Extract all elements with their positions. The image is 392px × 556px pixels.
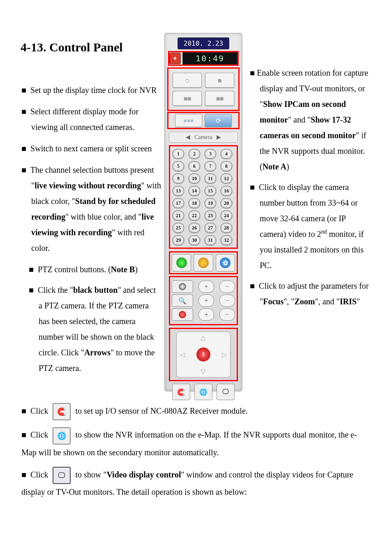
bold: live viewing without recording xyxy=(35,181,141,190)
text: Click xyxy=(30,430,50,439)
iris-minus[interactable]: − xyxy=(219,308,235,321)
text: Click the " xyxy=(38,285,73,294)
left-item-display-mode: ■ Select different display mode for view… xyxy=(21,104,161,135)
emap-button[interactable]: 🌐 xyxy=(194,384,212,400)
magnifier-icon: 🔍 xyxy=(178,297,187,305)
channel-button-23[interactable]: 23 xyxy=(205,211,216,220)
text: " and " xyxy=(288,115,311,124)
ptz-pad-inner[interactable]: △ ▽ ◁ ▷ 1 xyxy=(176,331,231,378)
left-item-channel-colors: ■ The channel selection buttons present … xyxy=(21,162,161,256)
bullet-icon: ■ xyxy=(29,265,34,274)
channel-button-4[interactable]: 4 xyxy=(221,149,232,159)
channel-button-17[interactable]: 17 xyxy=(173,198,184,208)
ptz-blue-button[interactable]: ✿ xyxy=(216,254,235,271)
bold: Note B xyxy=(111,265,135,274)
channel-button-6[interactable]: 6 xyxy=(189,161,200,171)
io-sensor-button[interactable]: 🧲 xyxy=(172,384,190,400)
bottom-item-emap: ■ Click 🌐 to show the NVR information on… xyxy=(21,427,371,460)
arrow-right-icon[interactable]: ▷ xyxy=(222,351,227,359)
focus-minus[interactable]: − xyxy=(219,280,235,293)
channel-button-2[interactable]: 2 xyxy=(189,149,200,159)
text: to set up I/O sensor of NC-080AZ Receive… xyxy=(73,406,247,415)
view-mode-1[interactable]: ▢ xyxy=(173,73,202,88)
bold: black button xyxy=(73,285,118,294)
globe-icon-inline: 🌐 xyxy=(53,427,71,445)
text: Select different display mode for viewin… xyxy=(30,107,138,132)
left-column: ■ Set up the display time clock for NVR … xyxy=(21,82,161,381)
camera-pager[interactable]: ◀ Camera ▶ xyxy=(169,132,238,143)
zoom-minus[interactable]: − xyxy=(219,294,235,307)
page-title: 4-13. Control Panel xyxy=(21,40,123,54)
right-column: ■ Enable screen rotation for capture dis… xyxy=(250,65,373,314)
text: Click xyxy=(30,470,50,479)
channel-button-3[interactable]: 3 xyxy=(205,149,216,159)
rotation-button[interactable]: ⟳ xyxy=(205,114,232,127)
bullet-icon: ■ xyxy=(21,165,26,174)
chevron-right-icon[interactable]: ▶ xyxy=(217,134,221,141)
channel-button-11[interactable]: 11 xyxy=(205,174,216,183)
clock-settings-icon[interactable]: ✦ xyxy=(169,53,181,64)
channel-button-14[interactable]: 14 xyxy=(189,186,200,196)
bold: IRIS xyxy=(340,297,357,306)
text: Click xyxy=(30,406,50,415)
iris-plus[interactable]: + xyxy=(198,308,214,321)
bullet-icon: ■ xyxy=(250,281,255,290)
view-mode-9[interactable]: ▦▦ xyxy=(173,91,202,106)
channel-button-5[interactable]: 5 xyxy=(173,161,184,171)
globe-icon: 🌐 xyxy=(199,388,208,396)
grid-many-button[interactable]: ▦▦▦ xyxy=(175,114,202,127)
channel-button-10[interactable]: 10 xyxy=(189,174,200,183)
channel-button-27[interactable]: 27 xyxy=(205,223,216,233)
bottom-section: ■ Click 🧲 to set up I/O sensor of NC-080… xyxy=(21,403,371,506)
right-item-33-64: ■ Click to display the camera number but… xyxy=(250,179,373,273)
text: " xyxy=(357,297,360,306)
text: ) xyxy=(286,162,289,171)
ptz-center-button[interactable]: 1 xyxy=(196,348,210,361)
text: " with blue color, and " xyxy=(65,212,142,221)
channel-button-19[interactable]: 19 xyxy=(205,198,216,208)
channel-button-30[interactable]: 30 xyxy=(189,235,200,245)
focus-button[interactable] xyxy=(172,280,193,293)
channel-button-25[interactable]: 25 xyxy=(173,223,184,233)
camera-label: Camera xyxy=(194,134,212,141)
channel-button-16[interactable]: 16 xyxy=(221,186,232,196)
channel-button-29[interactable]: 29 xyxy=(173,235,184,245)
channel-button-8[interactable]: 8 xyxy=(221,161,232,171)
channel-button-13[interactable]: 13 xyxy=(173,186,184,196)
channel-button-32[interactable]: 32 xyxy=(221,235,232,245)
text: Set up the display time clock for NVR xyxy=(30,86,157,95)
zoom-button[interactable]: 🔍 xyxy=(172,294,193,307)
channel-button-28[interactable]: 28 xyxy=(221,223,232,233)
channel-button-7[interactable]: 7 xyxy=(205,161,216,171)
channel-button-24[interactable]: 24 xyxy=(221,211,232,220)
channel-button-15[interactable]: 15 xyxy=(205,186,216,196)
view-mode-16[interactable]: ▦▦ xyxy=(205,91,234,106)
channel-button-1[interactable]: 1 xyxy=(173,149,184,159)
ptz-green-button[interactable] xyxy=(172,254,191,271)
ptz-lightning-button[interactable]: ⚡ xyxy=(194,254,213,271)
right-item-rotation: ■ Enable screen rotation for capture dis… xyxy=(250,65,373,174)
iris-button[interactable] xyxy=(172,308,193,321)
channel-button-20[interactable]: 20 xyxy=(221,198,232,208)
focus-plus[interactable]: + xyxy=(198,280,214,293)
channel-button-18[interactable]: 18 xyxy=(189,198,200,208)
bottom-buttons-row: 🧲 🌐 🖵 xyxy=(169,384,238,400)
channel-button-21[interactable]: 21 xyxy=(173,211,184,220)
left-item-black-button: ■ Click the "black button" and select a … xyxy=(29,282,161,376)
arrow-down-icon[interactable]: ▽ xyxy=(201,368,205,375)
clock-row[interactable]: ✦ 10:49 xyxy=(168,51,239,66)
channel-button-9[interactable]: 9 xyxy=(173,174,184,183)
channel-button-12[interactable]: 12 xyxy=(221,174,232,183)
chevron-left-icon[interactable]: ◀ xyxy=(186,134,190,141)
zoom-plus[interactable]: + xyxy=(198,294,214,307)
arrow-up-icon[interactable]: △ xyxy=(201,334,205,341)
channel-button-31[interactable]: 31 xyxy=(205,235,216,245)
text: ", and " xyxy=(315,297,340,306)
channel-button-22[interactable]: 22 xyxy=(189,211,200,220)
channel-button-26[interactable]: 26 xyxy=(189,223,200,233)
video-display-control-button[interactable]: 🖵 xyxy=(217,384,235,400)
arrow-left-icon[interactable]: ◁ xyxy=(180,351,185,359)
channel-grid: 1234567891011121314151617181920212223242… xyxy=(169,145,238,249)
date-label: 2010. 2.23 xyxy=(178,37,229,49)
view-mode-4[interactable]: ▦ xyxy=(205,73,234,88)
